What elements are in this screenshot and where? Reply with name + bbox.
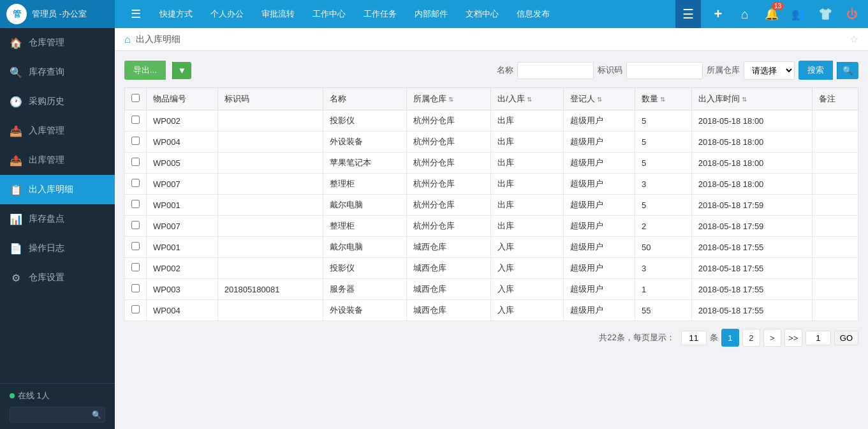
- row-checkbox[interactable]: [131, 200, 140, 208]
- row-checkbox-cell: [125, 300, 147, 321]
- row-checkbox[interactable]: [131, 116, 140, 124]
- filter-group: 名称 标识码 所属仓库 请选择 搜索 🔍: [497, 61, 858, 80]
- sidebar-search-input[interactable]: [15, 410, 92, 419]
- sidebar-item-oplog[interactable]: 📄 操作日志: [0, 234, 115, 263]
- export-button[interactable]: 导出...: [124, 61, 166, 80]
- th-type[interactable]: 出/入库⇅: [490, 88, 563, 110]
- th-item-id: 物品编号: [147, 88, 218, 110]
- row-warehouse: 杭州分仓库: [407, 174, 491, 195]
- page-size-input[interactable]: [681, 331, 707, 345]
- pagination-total: 共22条，每页显示：: [599, 332, 674, 343]
- page-1-button[interactable]: 1: [721, 329, 739, 347]
- nav-item-worktask[interactable]: 工作任务: [355, 0, 406, 28]
- row-checkbox[interactable]: [131, 221, 140, 229]
- warehouse-sort-icon[interactable]: ⇅: [448, 96, 453, 103]
- sidebar-item-warehouse-settings[interactable]: ⚙ 仓库设置: [0, 263, 115, 292]
- sidebar-search-box[interactable]: 🔍: [10, 407, 105, 423]
- row-checkbox[interactable]: [131, 242, 140, 250]
- row-qty: 5: [635, 195, 691, 216]
- row-note: [812, 110, 858, 132]
- sidebar-bottom: 在线 1人 🔍: [0, 383, 115, 429]
- sidebar-item-inout-detail[interactable]: 📋 出入库明细: [0, 175, 115, 204]
- main-content: ⌂ 出入库明细 ☆ 导出... ▼ 名称 标识码 所属仓库 请选择 搜索: [115, 28, 868, 429]
- time-sort-icon[interactable]: ⇅: [742, 96, 747, 103]
- hamburger-icon[interactable]: ☰: [675, 0, 701, 28]
- row-note: [812, 132, 858, 153]
- row-checkbox[interactable]: [131, 158, 140, 166]
- notification-icon[interactable]: 🔔 13: [762, 4, 781, 24]
- row-checkbox[interactable]: [131, 263, 140, 271]
- row-user: 超级用户: [564, 132, 635, 153]
- type-sort-icon[interactable]: ⇅: [527, 96, 532, 103]
- row-checkbox[interactable]: [131, 137, 140, 145]
- row-code: [217, 132, 323, 153]
- th-qty[interactable]: 数量⇅: [635, 88, 691, 110]
- id-filter-input[interactable]: [626, 62, 703, 79]
- power-icon[interactable]: ⏻: [842, 4, 862, 24]
- row-user: 超级用户: [564, 279, 635, 300]
- th-name: 名称: [323, 88, 407, 110]
- row-checkbox[interactable]: [131, 284, 140, 292]
- users-icon[interactable]: 👥: [789, 4, 808, 24]
- table-row: WP005 苹果笔记本 杭州分仓库 出库 超级用户 5 2018-05-18 1…: [125, 153, 858, 174]
- search-button[interactable]: 搜索: [798, 61, 833, 80]
- row-checkbox-cell: [125, 258, 147, 279]
- pagination: 共22条，每页显示： 条 1 2 > >> GO: [124, 329, 858, 347]
- row-time: 2018-05-18 18:00: [691, 174, 812, 195]
- sidebar-item-purchase-history[interactable]: 🕐 采购历史: [0, 87, 115, 116]
- nav-item-mail[interactable]: 内部邮件: [406, 0, 457, 28]
- nav-item-shortcuts[interactable]: 快捷方式: [151, 0, 202, 28]
- th-time[interactable]: 出入库时间⇅: [691, 88, 812, 110]
- settings-icon: ⚙: [10, 272, 22, 284]
- th-checkbox: [125, 88, 147, 110]
- row-checkbox-cell: [125, 174, 147, 195]
- th-user[interactable]: 登记人⇅: [564, 88, 635, 110]
- row-checkbox[interactable]: [131, 305, 140, 313]
- breadcrumb: ⌂ 出入库明细 ☆: [115, 28, 868, 51]
- user-name: 管理员 -办公室: [32, 8, 87, 20]
- next-page-button[interactable]: >: [763, 329, 781, 347]
- qty-sort-icon[interactable]: ⇅: [660, 96, 665, 103]
- shirt-icon[interactable]: 👕: [816, 4, 835, 24]
- name-filter-input[interactable]: [517, 62, 594, 79]
- nav-item-approval[interactable]: 审批流转: [253, 0, 304, 28]
- nav-item-info[interactable]: 信息发布: [508, 0, 559, 28]
- history-icon: 🕐: [10, 96, 22, 108]
- row-time: 2018-05-18 17:55: [691, 237, 812, 258]
- home-icon[interactable]: ⌂: [735, 4, 754, 24]
- nav-item-workcenter[interactable]: 工作中心: [304, 0, 355, 28]
- nav-item-docs[interactable]: 文档中心: [457, 0, 508, 28]
- star-button[interactable]: ☆: [850, 33, 858, 45]
- sidebar-item-inbound[interactable]: 📥 入库管理: [0, 116, 115, 146]
- row-checkbox-cell: [125, 132, 147, 153]
- go-button[interactable]: GO: [834, 331, 858, 345]
- row-name: 戴尔电脑: [323, 237, 407, 258]
- nav-item-personal[interactable]: 个人办公: [202, 0, 253, 28]
- sidebar-item-warehouse-mgmt[interactable]: 🏠 仓库管理: [0, 28, 115, 57]
- row-item-id: WP001: [147, 237, 218, 258]
- row-checkbox[interactable]: [131, 179, 140, 187]
- page-2-button[interactable]: 2: [742, 329, 760, 347]
- search-icon-button[interactable]: 🔍: [837, 62, 858, 79]
- oplog-icon: 📄: [10, 243, 22, 255]
- add-button[interactable]: +: [709, 4, 728, 24]
- go-page-input[interactable]: [805, 331, 831, 345]
- th-note: 备注: [812, 88, 858, 110]
- sidebar-item-stocktake[interactable]: 📊 库存盘点: [0, 204, 115, 234]
- select-all-checkbox[interactable]: [131, 94, 140, 102]
- export-dropdown-button[interactable]: ▼: [172, 62, 191, 79]
- row-name: 外设装备: [323, 300, 407, 321]
- sidebar-item-outbound[interactable]: 📤 出库管理: [0, 146, 115, 175]
- menu-toggle-icon[interactable]: ☰: [131, 7, 141, 21]
- row-type: 出库: [490, 132, 563, 153]
- sidebar-item-inventory-query[interactable]: 🔍 库存查询: [0, 57, 115, 87]
- table-row: WP002 投影仪 城西仓库 入库 超级用户 3 2018-05-18 17:5…: [125, 258, 858, 279]
- breadcrumb-home-icon[interactable]: ⌂: [124, 34, 131, 45]
- th-warehouse[interactable]: 所属仓库⇅: [407, 88, 491, 110]
- row-checkbox-cell: [125, 153, 147, 174]
- row-qty: 5: [635, 110, 691, 132]
- warehouse-select[interactable]: 请选择: [744, 61, 795, 80]
- last-page-button[interactable]: >>: [784, 329, 802, 347]
- user-sort-icon[interactable]: ⇅: [597, 96, 602, 103]
- warehouse-label: 所属仓库: [707, 64, 740, 76]
